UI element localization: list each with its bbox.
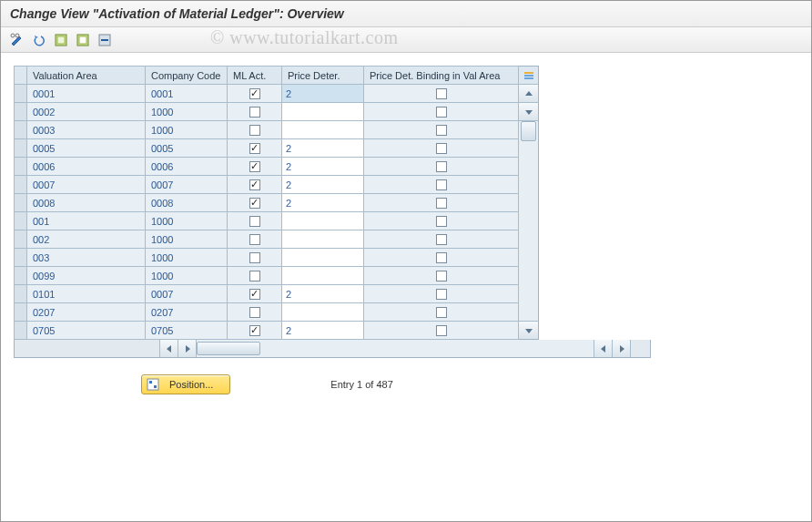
ml-act-checkbox[interactable]: [249, 88, 260, 99]
cell-ml-act[interactable]: [228, 121, 282, 139]
cell-price-binding[interactable]: [364, 194, 519, 212]
row-selector[interactable]: [15, 139, 27, 158]
valuation-area-table[interactable]: Valuation Area Company Code ML Act. Pric…: [14, 66, 519, 340]
cell-company-code[interactable]: 1000: [146, 230, 228, 249]
cell-valuation-area[interactable]: 0099: [27, 267, 146, 285]
price-deter-input[interactable]: [282, 139, 363, 157]
price-deter-input[interactable]: [282, 103, 363, 120]
cell-ml-act[interactable]: [228, 158, 282, 176]
price-binding-checkbox[interactable]: [436, 325, 447, 336]
table-row[interactable]: 0031000: [15, 249, 519, 267]
price-deter-input[interactable]: [282, 158, 363, 175]
row-selector[interactable]: [15, 322, 27, 340]
cell-price-binding[interactable]: [364, 285, 519, 303]
cell-price-deter[interactable]: [282, 322, 364, 340]
price-binding-checkbox[interactable]: [436, 125, 447, 136]
cell-valuation-area[interactable]: 0006: [27, 158, 146, 176]
price-deter-input[interactable]: [282, 322, 363, 339]
scroll-down-step-button[interactable]: [519, 103, 538, 121]
cell-ml-act[interactable]: [228, 85, 282, 103]
cell-price-deter[interactable]: [282, 212, 364, 230]
scroll-down-button[interactable]: [519, 321, 538, 339]
cell-price-binding[interactable]: [364, 249, 519, 267]
cell-valuation-area[interactable]: 0003: [27, 121, 146, 139]
table-row[interactable]: 0021000: [15, 230, 519, 249]
cell-valuation-area[interactable]: 0001: [27, 85, 146, 103]
cell-valuation-area[interactable]: 0008: [27, 194, 146, 212]
cell-ml-act[interactable]: [228, 249, 282, 267]
position-button[interactable]: Position...: [141, 374, 230, 394]
cell-company-code[interactable]: 0007: [146, 285, 228, 303]
cell-price-binding[interactable]: [364, 103, 519, 121]
scroll-left-end-button[interactable]: [594, 340, 612, 357]
col-price-deter[interactable]: Price Deter.: [282, 67, 364, 85]
ml-act-checkbox[interactable]: [249, 143, 260, 154]
table-settings-button[interactable]: [519, 67, 538, 85]
row-selector[interactable]: [15, 230, 27, 249]
cell-price-deter[interactable]: [282, 121, 364, 139]
ml-act-checkbox[interactable]: [249, 107, 260, 118]
select-all-button[interactable]: [52, 31, 70, 49]
cell-ml-act[interactable]: [228, 230, 282, 249]
cell-valuation-area[interactable]: 0705: [27, 322, 146, 340]
cell-price-deter[interactable]: [282, 230, 364, 249]
scroll-right-button[interactable]: [612, 340, 630, 357]
cell-price-deter[interactable]: [282, 139, 364, 158]
cell-price-binding[interactable]: [364, 121, 519, 139]
ml-act-checkbox[interactable]: [249, 161, 260, 172]
cell-ml-act[interactable]: [228, 139, 282, 158]
price-deter-input[interactable]: [282, 285, 363, 302]
price-binding-checkbox[interactable]: [436, 271, 447, 281]
cell-price-binding[interactable]: [364, 212, 519, 230]
price-deter-input[interactable]: [282, 194, 363, 211]
cell-company-code[interactable]: 1000: [146, 103, 228, 121]
cell-price-binding[interactable]: [364, 158, 519, 176]
table-row[interactable]: 0011000: [15, 212, 519, 230]
cell-price-binding[interactable]: [364, 322, 519, 340]
cell-valuation-area[interactable]: 0002: [27, 103, 146, 121]
price-binding-checkbox[interactable]: [436, 161, 447, 172]
ml-act-checkbox[interactable]: [249, 252, 260, 263]
ml-act-checkbox[interactable]: [249, 125, 260, 136]
row-selector[interactable]: [15, 158, 27, 176]
horizontal-scrollbar[interactable]: [14, 340, 651, 358]
cell-company-code[interactable]: 0007: [146, 176, 228, 194]
toggle-display-change-button[interactable]: [8, 31, 26, 49]
cell-ml-act[interactable]: [228, 267, 282, 285]
table-row[interactable]: 00070007: [15, 176, 519, 194]
table-row[interactable]: 00010001: [15, 85, 519, 103]
table-row[interactable]: 00050005: [15, 139, 519, 158]
cell-company-code[interactable]: 0008: [146, 194, 228, 212]
cell-price-deter[interactable]: [282, 249, 364, 267]
ml-act-checkbox[interactable]: [249, 325, 260, 336]
cell-ml-act[interactable]: [228, 194, 282, 212]
row-selector[interactable]: [15, 176, 27, 194]
cell-ml-act[interactable]: [228, 303, 282, 322]
table-row[interactable]: 00991000: [15, 267, 519, 285]
cell-ml-act[interactable]: [228, 176, 282, 194]
cell-price-deter[interactable]: [282, 103, 364, 121]
cell-company-code[interactable]: 1000: [146, 121, 228, 139]
cell-price-binding[interactable]: [364, 230, 519, 249]
col-company-code[interactable]: Company Code: [146, 67, 228, 85]
price-deter-input[interactable]: [282, 230, 363, 248]
cell-price-binding[interactable]: [364, 267, 519, 285]
cell-company-code[interactable]: 0705: [146, 322, 228, 340]
col-ml-act[interactable]: ML Act.: [228, 67, 282, 85]
price-binding-checkbox[interactable]: [436, 307, 447, 318]
price-binding-checkbox[interactable]: [436, 252, 447, 263]
scroll-left-button[interactable]: [160, 340, 178, 357]
undo-button[interactable]: [30, 31, 48, 49]
cell-valuation-area[interactable]: 0005: [27, 139, 146, 158]
cell-price-binding[interactable]: [364, 303, 519, 322]
row-selector[interactable]: [15, 121, 27, 139]
cell-price-deter[interactable]: [282, 285, 364, 303]
ml-act-checkbox[interactable]: [249, 216, 260, 227]
cell-valuation-area[interactable]: 0101: [27, 285, 146, 303]
cell-price-binding[interactable]: [364, 176, 519, 194]
table-row[interactable]: 00021000: [15, 103, 519, 121]
vertical-scroll-track[interactable]: [519, 121, 538, 321]
price-binding-checkbox[interactable]: [436, 107, 447, 118]
price-binding-checkbox[interactable]: [436, 143, 447, 154]
cell-company-code[interactable]: 1000: [146, 249, 228, 267]
